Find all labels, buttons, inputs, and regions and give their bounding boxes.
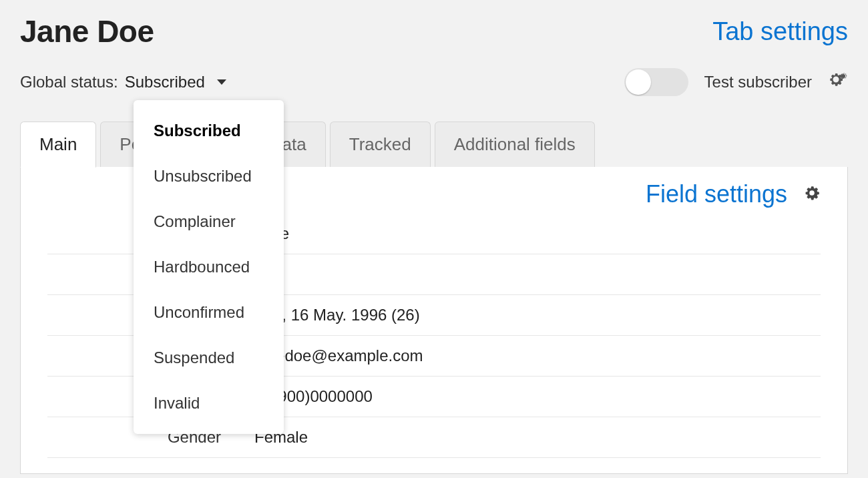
tab-label: Main <box>39 134 77 154</box>
dropdown-item-subscribed[interactable]: Subscribed <box>134 108 284 154</box>
dropdown-item-unconfirmed[interactable]: Unconfirmed <box>134 290 284 335</box>
global-status-value: Subscribed <box>125 73 205 91</box>
global-status-dropdown: Subscribed Unsubscribed Complainer Hardb… <box>134 100 284 434</box>
tab-main[interactable]: Main <box>20 122 96 168</box>
tab-label: Additional fields <box>454 134 576 154</box>
global-status-label: Global status: <box>20 73 118 91</box>
toggle-knob <box>626 69 651 95</box>
global-status: Global status: Subscribed <box>20 73 226 91</box>
tab-additional-fields[interactable]: Additional fields <box>435 122 595 168</box>
field-settings-link[interactable]: Field settings <box>646 180 787 208</box>
dropdown-item-invalid[interactable]: Invalid <box>134 381 284 426</box>
gear-icon[interactable] <box>828 71 848 93</box>
dropdown-item-suspended[interactable]: Suspended <box>134 335 284 381</box>
test-subscriber-toggle[interactable] <box>624 68 688 96</box>
tab-tracked[interactable]: Tracked <box>330 122 431 168</box>
caret-down-icon <box>217 79 226 85</box>
dropdown-item-hardbounced[interactable]: Hardbounced <box>134 244 284 290</box>
tab-settings-link[interactable]: Tab settings <box>712 17 848 46</box>
page-title: Jane Doe <box>20 13 154 49</box>
gear-icon[interactable] <box>803 184 821 204</box>
global-status-select[interactable]: Subscribed <box>125 73 226 91</box>
tab-label: Tracked <box>349 134 411 154</box>
test-subscriber-label: Test subscriber <box>704 73 812 91</box>
dropdown-item-unsubscribed[interactable]: Unsubscribed <box>134 154 284 199</box>
dropdown-item-complainer[interactable]: Complainer <box>134 199 284 244</box>
